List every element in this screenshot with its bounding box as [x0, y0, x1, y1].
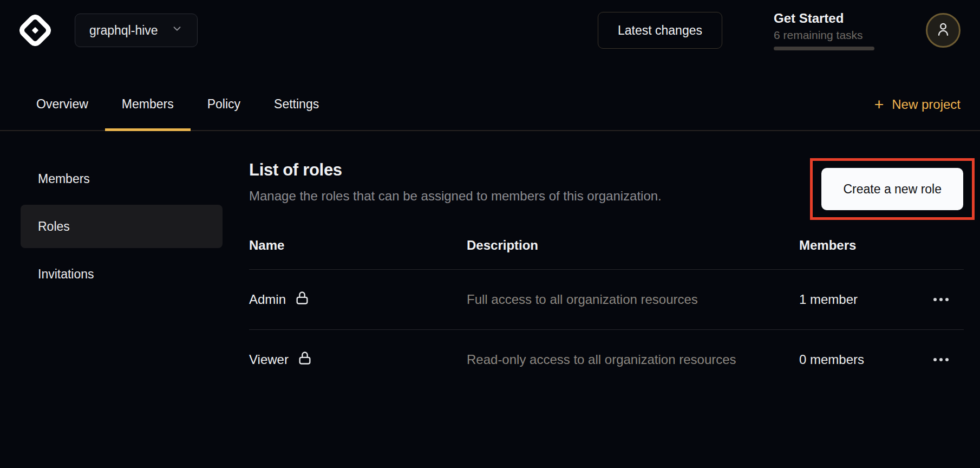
user-icon — [935, 21, 952, 40]
annotation-highlight-box: Create a new role — [810, 158, 975, 220]
roles-table: Name Description Members Admin Full acce… — [249, 221, 964, 389]
column-header-name: Name — [249, 238, 467, 253]
role-name: Admin — [249, 292, 286, 307]
sidebar-item-invitations[interactable]: Invitations — [21, 252, 223, 296]
new-project-label: New project — [892, 97, 961, 112]
role-description: Read-only access to all organization res… — [467, 348, 799, 371]
chevron-down-icon — [171, 23, 183, 38]
get-started-title: Get Started — [774, 11, 874, 26]
sidebar-item-roles[interactable]: Roles — [21, 205, 223, 248]
role-name-cell: Viewer — [249, 350, 467, 369]
role-member-count: 1 member — [799, 292, 915, 307]
members-page-body: Members Roles Invitations List of roles … — [0, 131, 980, 389]
column-header-description: Description — [467, 238, 799, 253]
org-tabbar: Overview Members Policy Settings + New p… — [0, 61, 980, 131]
get-started-widget[interactable]: Get Started 6 remaining tasks — [774, 11, 874, 50]
get-started-subtitle: 6 remaining tasks — [774, 29, 874, 42]
org-selector[interactable]: graphql-hive — [75, 14, 198, 47]
role-name: Viewer — [249, 352, 289, 367]
latest-changes-button[interactable]: Latest changes — [598, 12, 722, 49]
role-name-cell: Admin — [249, 290, 467, 309]
members-sidebar: Members Roles Invitations — [21, 131, 223, 389]
roles-table-header: Name Description Members — [249, 221, 964, 270]
lock-icon — [297, 350, 312, 369]
ellipsis-icon — [933, 358, 937, 361]
app-header: graphql-hive Latest changes Get Started … — [0, 0, 980, 61]
roles-header: List of roles Manage the roles that can … — [249, 158, 964, 220]
sidebar-item-members[interactable]: Members — [21, 157, 223, 200]
ellipsis-icon — [933, 298, 937, 301]
get-started-progressbar — [774, 47, 874, 50]
table-row-viewer: Viewer Read-only access to all organizat… — [249, 330, 964, 389]
hive-logo-icon — [19, 15, 51, 46]
role-description: Full access to all organization resource… — [467, 288, 799, 311]
roles-main-panel: List of roles Manage the roles that can … — [249, 131, 964, 389]
page-subtitle: Manage the roles that can be assigned to… — [249, 188, 662, 204]
org-selector-label: graphql-hive — [89, 23, 158, 38]
row-menu-button[interactable] — [933, 298, 964, 301]
role-member-count: 0 members — [799, 352, 915, 367]
tab-overview[interactable]: Overview — [19, 97, 105, 130]
tab-settings[interactable]: Settings — [257, 97, 336, 130]
plus-icon: + — [874, 98, 884, 111]
header-right: Latest changes Get Started 6 remaining t… — [598, 11, 961, 50]
new-project-button[interactable]: + New project — [874, 97, 961, 130]
tab-policy[interactable]: Policy — [191, 97, 257, 130]
tab-members[interactable]: Members — [105, 97, 191, 130]
table-row-admin: Admin Full access to all organization re… — [249, 270, 964, 330]
user-avatar[interactable] — [926, 13, 961, 48]
page-title: List of roles — [249, 160, 662, 180]
row-menu-button[interactable] — [933, 358, 964, 361]
column-header-members: Members — [799, 238, 915, 253]
create-role-button[interactable]: Create a new role — [821, 168, 963, 210]
roles-header-titles: List of roles Manage the roles that can … — [249, 158, 662, 204]
lock-icon — [295, 290, 310, 309]
